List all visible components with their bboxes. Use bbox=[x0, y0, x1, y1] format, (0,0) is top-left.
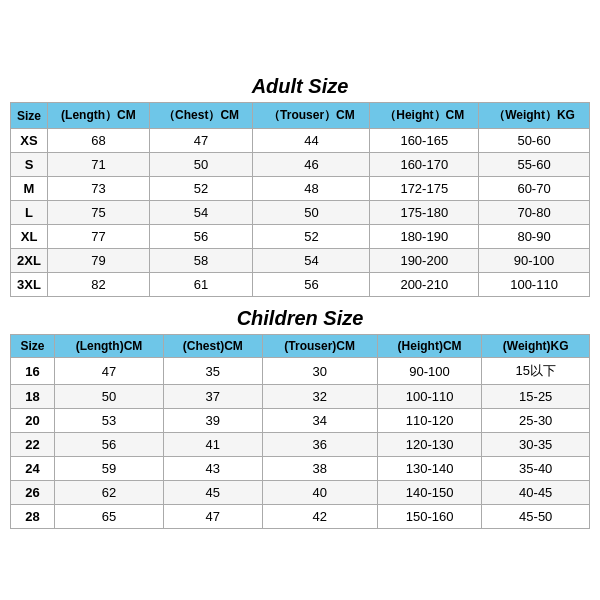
table-cell: 46 bbox=[253, 153, 370, 177]
table-row: 26624540140-15040-45 bbox=[11, 481, 590, 505]
table-cell: 56 bbox=[149, 225, 253, 249]
table-cell: 45-50 bbox=[482, 505, 590, 529]
adult-section-title: Adult Size bbox=[10, 69, 590, 102]
table-cell: 22 bbox=[11, 433, 55, 457]
adult-col-header: （Weight）KG bbox=[479, 103, 590, 129]
table-cell: 28 bbox=[11, 505, 55, 529]
table-cell: 160-165 bbox=[370, 129, 479, 153]
table-cell: 59 bbox=[55, 457, 164, 481]
table-cell: 42 bbox=[262, 505, 377, 529]
table-cell: 20 bbox=[11, 409, 55, 433]
table-cell: 58 bbox=[149, 249, 253, 273]
adult-table-body: XS684744160-16550-60S715046160-17055-60M… bbox=[11, 129, 590, 297]
adult-header-row: Size(Length）CM（Chest）CM（Trouser）CM（Heigh… bbox=[11, 103, 590, 129]
table-cell: 47 bbox=[149, 129, 253, 153]
children-section-title: Children Size bbox=[10, 301, 590, 334]
table-row: 22564136120-13030-35 bbox=[11, 433, 590, 457]
size-chart: Adult Size Size(Length）CM（Chest）CM（Trous… bbox=[10, 69, 590, 531]
table-cell: 140-150 bbox=[377, 481, 482, 505]
table-cell: XS bbox=[11, 129, 48, 153]
table-row: 2XL795854190-20090-100 bbox=[11, 249, 590, 273]
table-cell: 48 bbox=[253, 177, 370, 201]
table-cell: 79 bbox=[48, 249, 150, 273]
table-cell: 200-210 bbox=[370, 273, 479, 297]
table-cell: 61 bbox=[149, 273, 253, 297]
table-cell: 70-80 bbox=[479, 201, 590, 225]
table-cell: XL bbox=[11, 225, 48, 249]
table-cell: 50 bbox=[149, 153, 253, 177]
table-cell: 56 bbox=[55, 433, 164, 457]
table-row: S715046160-17055-60 bbox=[11, 153, 590, 177]
table-cell: 16 bbox=[11, 358, 55, 385]
table-cell: 50 bbox=[55, 385, 164, 409]
table-cell: M bbox=[11, 177, 48, 201]
table-cell: 160-170 bbox=[370, 153, 479, 177]
table-cell: L bbox=[11, 201, 48, 225]
table-cell: 50 bbox=[253, 201, 370, 225]
children-col-header: (Chest)CM bbox=[163, 335, 262, 358]
table-cell: 52 bbox=[253, 225, 370, 249]
table-cell: 150-160 bbox=[377, 505, 482, 529]
table-cell: 26 bbox=[11, 481, 55, 505]
table-row: 1647353090-10015以下 bbox=[11, 358, 590, 385]
table-cell: 55-60 bbox=[479, 153, 590, 177]
table-row: XL775652180-19080-90 bbox=[11, 225, 590, 249]
table-cell: 65 bbox=[55, 505, 164, 529]
table-cell: 54 bbox=[149, 201, 253, 225]
adult-col-header: （Chest）CM bbox=[149, 103, 253, 129]
table-cell: 18 bbox=[11, 385, 55, 409]
table-cell: 71 bbox=[48, 153, 150, 177]
table-cell: 32 bbox=[262, 385, 377, 409]
table-cell: 82 bbox=[48, 273, 150, 297]
children-col-header: (Height)CM bbox=[377, 335, 482, 358]
table-cell: 90-100 bbox=[377, 358, 482, 385]
table-cell: 77 bbox=[48, 225, 150, 249]
table-cell: 24 bbox=[11, 457, 55, 481]
table-cell: 52 bbox=[149, 177, 253, 201]
adult-col-header: Size bbox=[11, 103, 48, 129]
table-cell: 100-110 bbox=[377, 385, 482, 409]
table-cell: 44 bbox=[253, 129, 370, 153]
table-cell: 62 bbox=[55, 481, 164, 505]
children-col-header: (Weight)KG bbox=[482, 335, 590, 358]
table-cell: 175-180 bbox=[370, 201, 479, 225]
adult-col-header: （Trouser）CM bbox=[253, 103, 370, 129]
table-cell: 180-190 bbox=[370, 225, 479, 249]
table-cell: 37 bbox=[163, 385, 262, 409]
table-cell: 110-120 bbox=[377, 409, 482, 433]
table-cell: 2XL bbox=[11, 249, 48, 273]
table-cell: 43 bbox=[163, 457, 262, 481]
table-cell: 73 bbox=[48, 177, 150, 201]
table-cell: S bbox=[11, 153, 48, 177]
adult-col-header: （Height）CM bbox=[370, 103, 479, 129]
children-header-row: Size(Length)CM(Chest)CM(Trouser)CM(Heigh… bbox=[11, 335, 590, 358]
table-row: 20533934110-12025-30 bbox=[11, 409, 590, 433]
table-cell: 53 bbox=[55, 409, 164, 433]
table-cell: 130-140 bbox=[377, 457, 482, 481]
table-cell: 172-175 bbox=[370, 177, 479, 201]
children-col-header: Size bbox=[11, 335, 55, 358]
table-cell: 15以下 bbox=[482, 358, 590, 385]
table-row: M735248172-17560-70 bbox=[11, 177, 590, 201]
table-cell: 100-110 bbox=[479, 273, 590, 297]
adult-size-table: Size(Length）CM（Chest）CM（Trouser）CM（Heigh… bbox=[10, 102, 590, 297]
table-cell: 39 bbox=[163, 409, 262, 433]
table-cell: 34 bbox=[262, 409, 377, 433]
children-col-header: (Length)CM bbox=[55, 335, 164, 358]
table-row: 18503732100-11015-25 bbox=[11, 385, 590, 409]
table-cell: 60-70 bbox=[479, 177, 590, 201]
table-cell: 40-45 bbox=[482, 481, 590, 505]
table-cell: 41 bbox=[163, 433, 262, 457]
table-cell: 36 bbox=[262, 433, 377, 457]
table-cell: 80-90 bbox=[479, 225, 590, 249]
table-row: 24594338130-14035-40 bbox=[11, 457, 590, 481]
table-cell: 54 bbox=[253, 249, 370, 273]
table-cell: 120-130 bbox=[377, 433, 482, 457]
table-cell: 25-30 bbox=[482, 409, 590, 433]
table-cell: 190-200 bbox=[370, 249, 479, 273]
table-cell: 45 bbox=[163, 481, 262, 505]
table-cell: 47 bbox=[55, 358, 164, 385]
table-cell: 38 bbox=[262, 457, 377, 481]
table-cell: 30-35 bbox=[482, 433, 590, 457]
table-cell: 15-25 bbox=[482, 385, 590, 409]
